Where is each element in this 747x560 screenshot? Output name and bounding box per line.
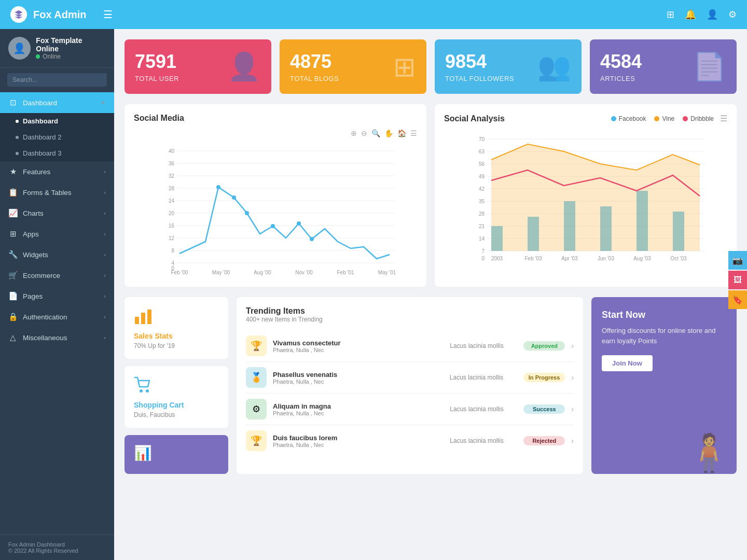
svg-text:Feb '03: Feb '03 — [524, 256, 542, 261]
user-icon[interactable]: 👤 — [707, 9, 718, 20]
join-now-button[interactable]: Join Now — [602, 355, 653, 371]
svg-text:2003: 2003 — [491, 256, 503, 261]
legend-dribbble: Dribbble — [683, 115, 714, 122]
svg-text:Apr '03: Apr '03 — [561, 256, 578, 261]
sidebar-item-widgets[interactable]: 🔧 Widgets › — [0, 244, 114, 265]
home-icon[interactable]: 🏠 — [397, 129, 406, 137]
articles-icon: 📄 — [693, 51, 726, 82]
arrow-icon-0[interactable]: › — [571, 342, 574, 350]
charts-icon: 📈 — [8, 208, 18, 218]
svg-text:14: 14 — [479, 236, 485, 242]
floating-bookmark-icon[interactable]: 🔖 — [728, 290, 747, 309]
svg-point-23 — [245, 211, 249, 215]
legend-facebook: Facebook — [611, 115, 646, 122]
nav-left: Fox Admin ☰ — [10, 6, 113, 23]
chevron-right-icon: › — [104, 272, 106, 278]
sidebar-item-miscellaneous[interactable]: △ Miscellaneous › — [0, 327, 114, 348]
sidebar-item-charts[interactable]: 📈 Charts › — [0, 203, 114, 223]
svg-point-26 — [310, 237, 314, 241]
settings-icon[interactable]: ⚙ — [728, 9, 737, 20]
sidebar-item-ecommerce[interactable]: 🛒 Ecommerce › — [0, 265, 114, 286]
status-badge-1: In Progress — [523, 373, 565, 382]
zoom-out-icon[interactable]: ⊖ — [361, 129, 367, 137]
svg-text:63: 63 — [479, 149, 485, 155]
trending-item: 🏅 Phasellus venenatis Phaetra, Nulla , N… — [246, 362, 574, 394]
svg-marker-60 — [491, 144, 700, 251]
svg-text:8: 8 — [171, 248, 174, 254]
chevron-right-icon: › — [104, 189, 106, 195]
svg-text:0: 0 — [481, 256, 485, 261]
sidebar-navigation: ⊡ Dashboard ▼ Dashboard Dashboard 2 Dash… — [0, 92, 114, 535]
promo-title: Start Now — [602, 310, 726, 320]
stat-num-followers: 9854 — [445, 51, 514, 73]
sidebar-item-dashboard-2[interactable]: Dashboard 2 — [0, 129, 114, 145]
chevron-right-icon: › — [104, 293, 106, 299]
sales-bar-icon — [134, 306, 219, 329]
svg-text:24: 24 — [169, 198, 175, 204]
social-analysis-title: Social Analysis — [444, 114, 505, 123]
chevron-right-icon: › — [104, 169, 106, 175]
stat-card-articles: 4584 ARTICLES 📄 — [590, 39, 737, 94]
svg-rect-68 — [141, 313, 145, 324]
widgets-icon: 🔧 — [8, 250, 18, 259]
svg-rect-69 — [147, 310, 151, 324]
arrow-icon-2[interactable]: › — [571, 405, 574, 413]
sidebar-item-authentication[interactable]: 🔒 Authentication › — [0, 306, 114, 327]
sidebar-item-pages[interactable]: 📄 Pages › — [0, 286, 114, 306]
purple-card-icon: 📊 — [134, 444, 219, 461]
notification-icon[interactable]: 🔔 — [685, 9, 696, 20]
pan-icon[interactable]: ✋ — [384, 129, 393, 137]
sidebar-item-features[interactable]: ★ Features › — [0, 161, 114, 182]
trending-icon-1: 🏅 — [246, 367, 267, 388]
dashboard-submenu: Dashboard Dashboard 2 Dashboard 3 — [0, 113, 114, 161]
sales-stats-subtitle: 70% Up for '19 — [134, 342, 219, 349]
svg-text:40: 40 — [169, 148, 175, 154]
trending-subtitle: 400+ new Items in Trending — [246, 316, 574, 323]
top-navigation: Fox Admin ☰ ⊞ 🔔 👤 ⚙ — [0, 0, 747, 29]
pages-icon: 📄 — [8, 291, 18, 301]
shopping-cart-card: Shopping Cart Duis, Faucibus — [125, 366, 228, 428]
menu-icon[interactable]: ☰ — [410, 129, 417, 137]
search-input[interactable] — [7, 73, 107, 87]
social-media-chart: Social Media ⊕ ⊖ 🔍 ✋ 🏠 ☰ — [125, 104, 426, 287]
stat-label-articles: ARTICLES — [600, 75, 642, 82]
chevron-down-icon: ▼ — [100, 100, 106, 106]
chart-menu-icon[interactable]: ☰ — [720, 114, 727, 123]
svg-text:20: 20 — [169, 211, 175, 216]
sidebar-item-apps[interactable]: ⊞ Apps › — [0, 223, 114, 244]
svg-text:May '00: May '00 — [212, 270, 230, 275]
social-media-chart-area: 40 36 32 28 24 20 16 12 8 4 0 — [134, 141, 417, 277]
sidebar-item-dashboard-1[interactable]: Dashboard — [0, 113, 114, 129]
stat-num-blogs: 4875 — [290, 51, 339, 73]
hamburger-menu[interactable]: ☰ — [103, 8, 113, 21]
svg-text:35: 35 — [479, 199, 485, 204]
chart-legend: Facebook Vine Dribbble — [611, 115, 714, 122]
svg-point-22 — [232, 195, 236, 200]
sidebar-item-dashboard[interactable]: ⊡ Dashboard ▼ — [0, 92, 114, 113]
floating-image-icon[interactable]: 🖼 — [728, 271, 747, 289]
vine-dot — [654, 116, 659, 121]
promo-figure: 🧍 — [686, 431, 731, 474]
arrow-icon-3[interactable]: › — [571, 437, 574, 445]
floating-camera-icon[interactable]: 📷 — [728, 251, 747, 270]
trending-icon-3: 🏆 — [246, 430, 267, 451]
zoom-icon[interactable]: 🔍 — [371, 129, 380, 137]
search-bar — [0, 68, 114, 92]
footer-title: Fox Admin Dashboard — [8, 541, 106, 548]
avatar: 👤 — [8, 37, 31, 60]
svg-point-24 — [271, 224, 275, 228]
main-content: 7591 TOTAL USER 👤 4875 TOTAL BLOGS ⊞ 985… — [114, 29, 747, 560]
facebook-dot — [611, 116, 616, 121]
chevron-right-icon: › — [104, 231, 106, 237]
svg-text:7: 7 — [481, 248, 485, 254]
svg-text:Aug '03: Aug '03 — [633, 256, 651, 261]
sidebar-item-forms-tables[interactable]: 📋 Forms & Tables › — [0, 182, 114, 203]
status-badge-0: Approved — [523, 341, 565, 351]
svg-text:36: 36 — [169, 161, 175, 166]
sidebar-item-dashboard-3[interactable]: Dashboard 3 — [0, 145, 114, 161]
fullscreen-icon[interactable]: ⊞ — [667, 9, 674, 20]
svg-text:May '01: May '01 — [378, 270, 396, 275]
arrow-icon-1[interactable]: › — [571, 373, 574, 382]
zoom-in-icon[interactable]: ⊕ — [351, 129, 357, 137]
svg-text:Feb '01: Feb '01 — [337, 270, 354, 275]
